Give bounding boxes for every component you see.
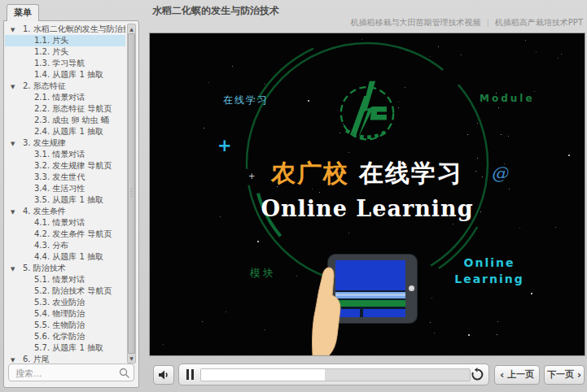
tree-item-label: 6. 片尾: [23, 355, 50, 364]
tree-item-label: 3.1. 情景对话: [34, 150, 85, 159]
search-input[interactable]: [14, 366, 115, 381]
tree-item-label: 1.2. 片头: [34, 47, 68, 56]
tree-item[interactable]: ▼4. 发生条件: [5, 206, 125, 217]
speaker-icon: [158, 369, 169, 381]
tree-item[interactable]: 5.1. 情景对话: [5, 274, 125, 285]
tree-item[interactable]: 5.7. 从题库 1 抽取: [5, 342, 125, 354]
replay-icon[interactable]: [471, 368, 484, 381]
expand-arrow-icon[interactable]: ▼: [11, 207, 15, 217]
tree-item[interactable]: 5.2. 防治技术 导航页: [5, 285, 125, 297]
tree-item[interactable]: 4.2. 发生条件 导航页: [5, 229, 125, 240]
tree-item[interactable]: 1.3. 学习导航: [5, 58, 125, 69]
overlay-module-en-label: Module: [480, 93, 535, 104]
prev-page-button[interactable]: ‹ 上一页: [494, 365, 540, 385]
tree-item-label: 5.6. 化学防治: [34, 332, 85, 341]
tree-item[interactable]: 5.6. 化学防治: [5, 331, 125, 342]
overlay-online-learning-label: OnlineLearning: [436, 255, 542, 287]
tree-item[interactable]: 3.2. 发生规律 导航页: [5, 160, 125, 172]
link-divider: |: [486, 18, 488, 27]
chevron-right-icon: ›: [577, 368, 581, 381]
tree-item-label: 3.4. 生活习性: [34, 184, 85, 193]
tree-item[interactable]: 4.3. 分布: [5, 240, 125, 251]
tree-item[interactable]: 2.3. 成虫 卵 幼虫 蛹: [5, 115, 125, 126]
expand-arrow-icon[interactable]: ▼: [11, 264, 15, 274]
tree-item-label: 5.4. 物理防治: [34, 309, 85, 318]
search-icon: [119, 368, 129, 378]
video-main-title: 农广校在线学习: [150, 157, 585, 190]
sidebar-scrollbar[interactable]: ▲ ▼: [127, 24, 136, 364]
tree-item[interactable]: ▼2. 形态特征: [5, 81, 125, 92]
tree-item-label: 5.1. 情景对话: [34, 275, 85, 284]
school-logo-icon: [328, 78, 406, 153]
tree-item[interactable]: 3.1. 情景对话: [5, 149, 125, 160]
tree-item-label: 2.1. 情景对话: [34, 93, 85, 102]
video-sub-title: Online Learning: [150, 196, 585, 221]
tree-item-label: 2. 形态特征: [23, 81, 66, 90]
tree-item[interactable]: 1.4. 从题库 1 抽取: [5, 69, 125, 81]
tree-item[interactable]: 2.1. 情景对话: [5, 92, 125, 103]
scroll-up-icon[interactable]: ▲: [128, 24, 135, 33]
tree-item-label: 5.5. 生物防治: [34, 320, 85, 329]
overlay-module-cn-label: 模块: [250, 266, 276, 281]
tree-item-label: 3. 发生规律: [23, 138, 66, 147]
tree-item[interactable]: 5.3. 农业防治: [5, 297, 125, 308]
video-surface[interactable]: 在线学习 + + Module @ 模块 OnlineLearning 农广校在…: [150, 33, 585, 355]
pause-button[interactable]: [186, 369, 195, 380]
tree-item-label: 5.2. 防治技术 导航页: [34, 286, 112, 295]
application-window: 菜单 ▼1. 水稻二化螟的发生与防治技术1.1. 片头1.2. 片头1.3. 学…: [0, 0, 587, 392]
tree-item[interactable]: 3.3. 发生世代: [5, 172, 125, 183]
expand-arrow-icon[interactable]: ▼: [11, 24, 15, 35]
tree-item-label: 3.5. 从题库 1 抽取: [34, 195, 103, 204]
tree-item-label: 2.2. 形态特征 导航页: [34, 104, 112, 113]
tree-item[interactable]: ▼3. 发生规律: [5, 137, 125, 149]
tree-item-label: 3.2. 发生规律 导航页: [34, 161, 112, 170]
next-page-button[interactable]: 下一页 ›: [544, 365, 585, 385]
progress-track[interactable]: [200, 368, 471, 381]
tree-item-label: 2.4. 从题库 1 抽取: [34, 127, 103, 136]
tree-item-label: 4. 发生条件: [23, 207, 66, 216]
plus-decoration-icon: +: [217, 136, 232, 155]
tree-item-label: 4.4. 从题库 1 抽取: [34, 252, 103, 261]
tree-item-label: 5.3. 农业防治: [34, 298, 85, 307]
overlay-online-study-label: 在线学习: [223, 94, 269, 107]
tree-item[interactable]: 4.1. 情景对话: [5, 217, 125, 229]
tree-item[interactable]: ▼5. 防治技术: [5, 263, 125, 274]
expand-arrow-icon[interactable]: ▼: [11, 81, 15, 92]
progress-fill: [201, 369, 325, 381]
tree-item-label: 1.3. 学习导航: [34, 59, 85, 68]
scrollbar-grip-icon: [130, 189, 133, 198]
expand-arrow-icon[interactable]: ▼: [11, 138, 15, 149]
volume-button[interactable]: [153, 365, 174, 385]
tree-item-label: 4.1. 情景对话: [34, 218, 85, 227]
tree-item-label: 1. 水稻二化螟的发生与防治技术: [23, 24, 125, 33]
tree-item[interactable]: 5.5. 生物防治: [5, 320, 125, 331]
tablet-button: [409, 285, 414, 291]
resource-link-video[interactable]: 机插稻移栽与大田苗期管理技术视频: [350, 18, 480, 27]
tree-item-label: 1.1. 片头: [34, 36, 68, 45]
sidebar: ▼1. 水稻二化螟的发生与防治技术1.1. 片头1.2. 片头1.3. 学习导航…: [3, 20, 139, 388]
tree-item-label: 1.4. 从题库 1 抽取: [34, 70, 103, 79]
tree-item[interactable]: 3.4. 生活习性: [5, 183, 125, 194]
tree-item[interactable]: ▼1. 水稻二化螟的发生与防治技术: [5, 24, 125, 35]
tree-item[interactable]: 1.2. 片头: [5, 46, 125, 58]
tree-item[interactable]: 5.4. 物理防治: [5, 308, 125, 320]
scroll-down-icon[interactable]: ▼: [128, 354, 135, 363]
tree-item-label: 4.2. 发生条件 导航页: [34, 229, 112, 238]
tree-item[interactable]: 2.4. 从题库 1 抽取: [5, 126, 125, 137]
tree-item-label: 3.3. 发生世代: [34, 172, 85, 181]
chevron-left-icon: ‹: [500, 368, 504, 381]
tree-item-label: 5.7. 从题库 1 抽取: [34, 343, 103, 352]
scrollbar-thumb[interactable]: [128, 33, 135, 354]
tree-item[interactable]: 3.5. 从题库 1 抽取: [5, 194, 125, 206]
search-box: [8, 364, 134, 381]
tree-item-label: 2.3. 成虫 卵 幼虫 蛹: [34, 115, 109, 124]
tree-item-label: 4.3. 分布: [34, 241, 68, 250]
resource-link-ppt[interactable]: 机插稻高产栽培技术PPT: [495, 18, 583, 27]
hand-illustration: [304, 263, 353, 355]
tab-menu[interactable]: 菜单: [7, 4, 39, 21]
tree-item[interactable]: 4.4. 从题库 1 抽取: [5, 251, 125, 263]
tree-item[interactable]: 2.2. 形态特征 导航页: [5, 103, 125, 115]
playback-bar: [178, 364, 489, 385]
tree-item[interactable]: 1.1. 片头: [5, 35, 125, 46]
tree-item-label: 5. 防治技术: [23, 264, 66, 272]
